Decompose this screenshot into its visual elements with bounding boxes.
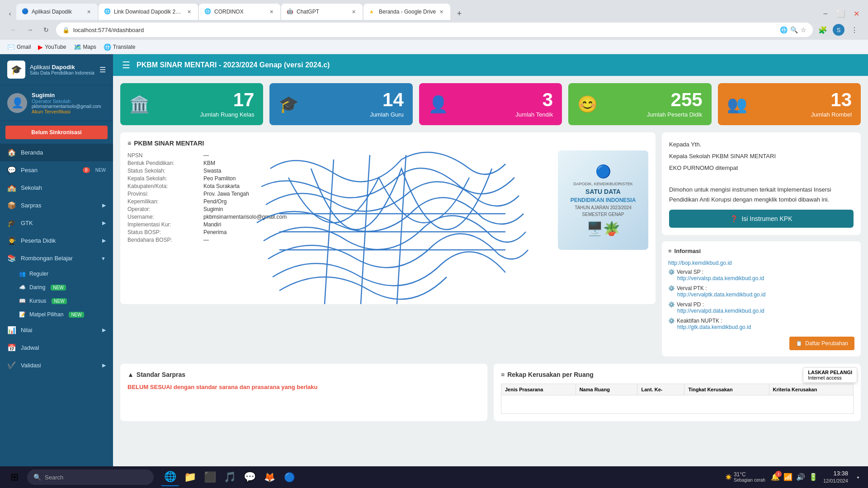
wifi-icon[interactable]: 📶 — [783, 473, 793, 481]
sidebar-item-beranda[interactable]: 🏠 Beranda — [0, 144, 113, 161]
extensions-button[interactable]: 🧩 — [816, 23, 829, 36]
home-icon: 🏠 — [7, 148, 16, 157]
sidebar-item-daring[interactable]: ☁️ Daring NEW — [0, 281, 113, 294]
url-bar[interactable]: 🔒 localhost:5774/#dashboard 🌐 🔍 ☆ — [56, 23, 813, 37]
close-button[interactable]: ✕ — [850, 7, 863, 20]
bookmark-maps[interactable]: 🗺️ Maps — [74, 43, 96, 51]
sidebar-toggle-button[interactable]: ☰ — [99, 66, 106, 74]
tab-close-2[interactable]: ✕ — [185, 8, 193, 15]
bookmark-icon[interactable]: ☆ — [801, 26, 807, 33]
tendik-icon: 👤 — [428, 95, 448, 114]
pesan-badge: 8 — [83, 167, 90, 173]
tab-overflow[interactable]: ‹ — [4, 7, 16, 20]
taskbar-app-chrome[interactable]: 🔵 — [280, 468, 298, 486]
bookmark-youtube-label: YouTube — [45, 44, 66, 50]
sidebar-item-kursus[interactable]: 📖 Kursus NEW — [0, 294, 113, 308]
status-bosp-value: Penerima — [203, 229, 335, 235]
tab-close-5[interactable]: ✕ — [438, 8, 445, 15]
rombel-icon: 📚 — [7, 254, 16, 263]
info-link-vervalsp[interactable]: http://vervalsp.data.kemdikbud.go.id — [668, 275, 854, 282]
daftar-perubahan-button[interactable]: 📋 Daftar Perubahan — [789, 337, 854, 350]
new-tab-button[interactable]: + — [453, 7, 466, 20]
hamburger-icon[interactable]: ☰ — [122, 60, 130, 70]
tab-close-dapodik[interactable]: ✕ — [85, 8, 92, 15]
translate-icon[interactable]: 🌐 — [780, 26, 788, 33]
volume-icon[interactable]: 🔊 — [796, 473, 805, 481]
system-tray: 🔔 1 📶 🔊 🔋 — [771, 473, 818, 481]
minimize-button[interactable]: – — [819, 7, 832, 20]
forward-button[interactable]: → — [24, 23, 36, 36]
stat-card-guru[interactable]: 🎓 14 Jumlah Guru — [269, 83, 412, 125]
sidebar-item-nilai[interactable]: 📊 Nilai ▶ — [0, 321, 113, 339]
tab-gdrive[interactable]: ▲ Beranda - Google Drive ✕ — [363, 4, 450, 20]
taskbar-app-browser[interactable]: 🌐 — [161, 468, 179, 486]
back-button[interactable]: ← — [7, 23, 20, 36]
bookmark-gmail[interactable]: ✉️ Gmail — [7, 43, 31, 51]
sidebar-item-peserta-didik[interactable]: 👨‍🎓 Peserta Didik ▶ — [0, 232, 113, 249]
show-desktop-button[interactable]: ▪ — [854, 473, 863, 482]
kepsek-label: Kepala Sekolah: — [127, 175, 200, 182]
search-icon[interactable]: 🔍 — [790, 26, 798, 33]
bentuk-value: KBM — [203, 160, 335, 166]
user-name: Sugimin — [32, 92, 101, 99]
vervalsp-icon: ⚙️ — [668, 269, 675, 275]
sidebar-user: 👤 Sugimin Operator Sekolah pkbmsinarment… — [0, 85, 113, 121]
status-value: Swasta — [203, 168, 335, 174]
taskbar-right: ☀️ 31°C Sebagian cerah 🔔 1 📶 🔊 🔋 13:38 1… — [725, 469, 863, 485]
info-link-vervalptk[interactable]: http://vervalptk.data.kemdikbud.go.id — [668, 291, 854, 298]
sidebar-item-validasi[interactable]: ✔️ Validasi ▶ — [0, 357, 113, 374]
info-link-nuptk[interactable]: http://gtk.data.kemdikbud.go.id — [668, 324, 854, 330]
sarpras-title-text: Standar Sarpras — [137, 371, 185, 378]
battery-icon[interactable]: 🔋 — [809, 473, 818, 481]
profile-button[interactable]: S — [833, 24, 844, 36]
start-button[interactable]: ⊞ — [5, 468, 24, 486]
sidebar-item-sarpras[interactable]: 📦 Sarpras ▶ — [0, 197, 113, 214]
pesan-new-label: NEW — [95, 168, 106, 173]
tab-dapodik[interactable]: 🔵 Aplikasi Dapodik ✕ — [16, 4, 98, 20]
stat-card-ruang-kelas[interactable]: 🏛️ 17 Jumlah Ruang Kelas — [120, 83, 263, 125]
sync-button[interactable]: Belum Sinkronisasi — [5, 126, 108, 139]
bookmark-youtube[interactable]: ▶ YouTube — [38, 43, 66, 51]
matpel-icon: 📝 — [19, 311, 26, 318]
stat-card-tendik[interactable]: 👤 3 Jumlah Tendik — [419, 83, 562, 125]
sidebar-item-matpel[interactable]: 📝 Matpel Pilihan NEW — [0, 308, 113, 321]
taskbar-app-music[interactable]: 🎵 — [221, 468, 239, 486]
bookmark-translate[interactable]: 🌐 Translate — [104, 43, 136, 51]
daring-icon: ☁️ — [19, 284, 26, 291]
stat-card-peserta-didik[interactable]: 😊 255 Jumlah Peserta Didik — [568, 83, 711, 125]
notification-badge: 1 — [775, 471, 782, 477]
info-link-bop[interactable]: http://bop.kemdikbud.go.id — [668, 260, 854, 266]
guru-number: 14 — [370, 90, 403, 109]
tab-chatgpt[interactable]: 🤖 ChatGPT ✕ — [281, 4, 363, 20]
sidebar-item-jadwal[interactable]: 📅 Jadwal — [0, 339, 113, 357]
tab-close-4[interactable]: ✕ — [350, 8, 357, 15]
notification-icon[interactable]: 🔔 1 — [771, 473, 780, 481]
menu-button[interactable]: ⋮ — [848, 23, 861, 36]
sidebar-item-reguler[interactable]: 👥 Reguler — [0, 267, 113, 281]
sidebar-item-rombel[interactable]: 📚 Rombongan Belajar ▼ — [0, 249, 113, 267]
sidebar-item-gtk[interactable]: 🎓 GTK ▶ — [0, 214, 113, 232]
taskbar-app-firefox[interactable]: 🦊 — [260, 468, 278, 486]
sidebar-item-sekolah[interactable]: 🏫 Sekolah — [0, 179, 113, 197]
stat-card-rombel[interactable]: 👥 13 Jumlah Rombel — [718, 83, 861, 125]
tab-cordinox[interactable]: 🌐 CORDINOX ✕ — [199, 4, 280, 20]
taskbar-app-file[interactable]: 📁 — [181, 468, 199, 486]
gtk-icon: 🎓 — [7, 219, 16, 227]
reload-button[interactable]: ↻ — [40, 23, 52, 36]
tab-close-3[interactable]: ✕ — [268, 8, 275, 15]
laskar-label: LASKAR PELANGI — [808, 370, 852, 375]
school-info-title-icon: ≡ — [127, 140, 131, 147]
kursus-new-badge: NEW — [52, 298, 66, 304]
maximize-button[interactable]: ⬜ — [835, 7, 847, 20]
tab-link-download[interactable]: 🌐 Link Download Dapodik 2024 P... ✕ — [99, 4, 198, 20]
taskbar-app-chat[interactable]: 💬 — [241, 468, 259, 486]
info-link-vervalpd[interactable]: http://vervalpd.data.kemdikbud.go.id — [668, 308, 854, 314]
taskbar-app-terminal[interactable]: ⬛ — [201, 468, 219, 486]
sidebar-item-pesan[interactable]: 💬 Pesan 8 NEW — [0, 161, 113, 179]
impl-kur-value: Mandiri — [203, 221, 335, 228]
guru-label: Jumlah Guru — [370, 111, 403, 118]
nav-label-jadwal: Jadwal — [21, 344, 106, 351]
kpk-button[interactable]: ❓ Isi Instrumen KPK — [669, 210, 854, 228]
letter-name: Kepala Sekolah PKBM SINAR MENTARI — [669, 151, 854, 161]
taskbar-search[interactable]: 🔍 Search — [27, 469, 154, 485]
